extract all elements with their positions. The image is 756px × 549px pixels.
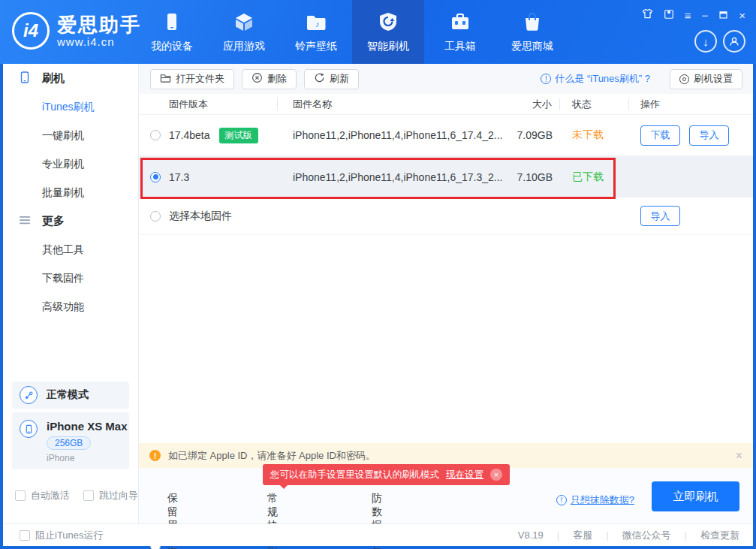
- notice-text: 如已绑定 Apple ID，请准备好 Apple ID和密码。: [168, 449, 375, 463]
- tab-store[interactable]: 爱思商城: [496, 0, 568, 64]
- what-is-itunes-flash-link[interactable]: ! 什么是 “iTunes刷机” ?: [541, 72, 650, 86]
- firmware-size: 7.09GB: [488, 129, 560, 141]
- row-radio-selected[interactable]: [150, 172, 161, 182]
- button-label: 打开文件夹: [176, 72, 224, 86]
- maximize-icon[interactable]: [718, 9, 728, 22]
- tab-label: 应用游戏: [223, 40, 265, 53]
- table-header: 固件版本 固件名称 大小 状态 操作: [139, 94, 753, 115]
- logo-icon: i4: [12, 12, 50, 50]
- cube-icon: [233, 11, 255, 35]
- button-label: 刷新: [330, 72, 349, 86]
- svg-text:♪: ♪: [315, 20, 320, 29]
- folder-icon: [160, 72, 171, 86]
- open-folder-button[interactable]: 打开文件夹: [150, 69, 234, 89]
- download-firmware-button[interactable]: 下载: [640, 125, 680, 146]
- mini-mode-icon[interactable]: [664, 9, 674, 22]
- tab-label: 铃声壁纸: [295, 40, 337, 53]
- section-flash: 刷机: [3, 64, 138, 92]
- local-firmware-label: 选择本地固件: [169, 210, 232, 223]
- sidebar-item-itunes-flash[interactable]: iTunes刷机: [3, 92, 138, 121]
- skip-setup-checkbox[interactable]: 跳过向导: [83, 489, 138, 502]
- list-icon: [18, 213, 32, 229]
- mode-icon: [20, 386, 38, 404]
- table-row-selected[interactable]: 17.3 iPhone11,2,iPhone11,4,iPhone11,6_17…: [139, 156, 753, 198]
- checkbox-label: 自动激活: [31, 489, 70, 502]
- flash-now-button[interactable]: 立即刷机: [652, 481, 739, 511]
- refresh-button[interactable]: 刷新: [304, 69, 359, 89]
- tab-label: 工具箱: [444, 40, 476, 53]
- close-icon[interactable]: ×: [739, 9, 745, 22]
- block-itunes-checkbox[interactable]: 阻止iTunes运行: [20, 529, 104, 542]
- download-center-icon[interactable]: ↓: [694, 30, 717, 53]
- firmware-version: 17.3: [169, 171, 189, 183]
- delete-button[interactable]: 删除: [242, 69, 297, 89]
- device-capacity-badge: 256GB: [47, 436, 91, 450]
- firmware-size: 7.10GB: [488, 171, 560, 183]
- erase-data-link[interactable]: ! 只想抹除数据?: [556, 493, 634, 507]
- info-icon: !: [541, 74, 551, 84]
- check-update-link[interactable]: 检查更新: [700, 529, 739, 542]
- normal-mode-card[interactable]: 正常模式: [12, 382, 129, 409]
- sidebar-item-onekey-flash[interactable]: 一键刷机: [3, 121, 138, 149]
- divider: |: [685, 529, 687, 541]
- sidebar: 刷机 iTunes刷机 一键刷机 专业刷机 批量刷机 更多 其他工具 下载固件 …: [3, 64, 139, 523]
- customer-service-link[interactable]: 客服: [573, 529, 592, 542]
- wechat-account-link[interactable]: 微信公众号: [622, 529, 671, 542]
- shopping-bag-icon: [522, 11, 543, 35]
- notice-close-icon[interactable]: ×: [736, 449, 742, 463]
- mode-tooltip: 您可以在助手设置里设置默认的刷机模式 现在设置 ×: [263, 464, 510, 485]
- phone-icon: [161, 11, 182, 35]
- tab-apps-games[interactable]: 应用游戏: [208, 0, 280, 64]
- table-row[interactable]: 17.4beta 测试版 iPhone11,2,iPhone11,4,iPhon…: [139, 115, 753, 156]
- tab-my-devices[interactable]: 我的设备: [136, 0, 208, 64]
- divider: |: [606, 529, 608, 541]
- brand-name: 爱思助手: [57, 14, 141, 35]
- skin-icon[interactable]: [642, 8, 653, 22]
- tab-smart-flash[interactable]: 智能刷机: [352, 0, 424, 64]
- firmware-version: 17.4beta: [169, 129, 210, 141]
- set-now-link[interactable]: 现在设置: [446, 469, 483, 481]
- checkbox-icon: [15, 490, 26, 501]
- import-firmware-button[interactable]: 导入: [689, 125, 729, 146]
- header: i4 爱思助手 www.i4.cn 我的设备 应用游戏 ♪: [0, 0, 756, 64]
- mode-label: 正常模式: [47, 388, 89, 402]
- sidebar-item-batch-flash[interactable]: 批量刷机: [3, 178, 138, 207]
- checkbox-label: 阻止iTunes运行: [35, 529, 104, 542]
- row-radio[interactable]: [150, 211, 161, 222]
- minimize-icon[interactable]: −: [701, 9, 708, 22]
- table-row-local[interactable]: 选择本地固件 导入: [139, 198, 753, 235]
- device-card[interactable]: iPhone XS Max 256GB iPhone: [12, 412, 129, 469]
- app-version: V8.19: [518, 529, 544, 541]
- col-actions: 操作: [629, 98, 753, 111]
- auto-activate-checkbox[interactable]: 自动激活: [15, 489, 70, 502]
- button-label: 刷机设置: [694, 72, 733, 86]
- sidebar-item-advanced[interactable]: 高级功能: [3, 292, 138, 321]
- flash-options-panel: 您可以在助手设置里设置默认的刷机模式 现在设置 × 保留用户资料刷机 常规快速刷…: [139, 468, 753, 523]
- quick-icons: ↓: [694, 30, 745, 53]
- tab-toolbox[interactable]: 工具箱: [424, 0, 496, 64]
- account-icon[interactable]: [723, 30, 745, 53]
- col-size: 大小: [488, 98, 560, 110]
- tooltip-arrow: [279, 484, 288, 493]
- status-badge: 未下载: [560, 128, 629, 142]
- tab-label: 我的设备: [151, 40, 193, 53]
- import-local-button[interactable]: 导入: [640, 206, 680, 226]
- sidebar-item-download-firmware[interactable]: 下载固件: [3, 264, 138, 292]
- divider: |: [557, 529, 559, 541]
- tooltip-close-icon[interactable]: ×: [490, 469, 502, 481]
- menu-icon[interactable]: ≡: [685, 9, 691, 22]
- row-radio[interactable]: [150, 130, 161, 140]
- music-folder-icon: ♪: [306, 11, 327, 35]
- sidebar-item-other-tools[interactable]: 其他工具: [3, 235, 138, 264]
- settings-icon: [679, 74, 689, 84]
- tab-ringtones-wallpapers[interactable]: ♪ 铃声壁纸: [280, 0, 352, 64]
- main-panel: 打开文件夹 删除 刷新 ! 什么是 “iTunes刷机” ? 刷机设置: [139, 64, 753, 523]
- device-outline-icon: [18, 71, 32, 86]
- main-nav: 我的设备 应用游戏 ♪ 铃声壁纸 智能刷机: [136, 0, 568, 64]
- device-name: iPhone XS Max: [47, 420, 128, 433]
- checkbox-icon: [83, 490, 94, 501]
- col-status: 状态: [560, 98, 629, 110]
- sidebar-item-pro-flash[interactable]: 专业刷机: [3, 149, 138, 178]
- flash-settings-button[interactable]: 刷机设置: [670, 69, 742, 89]
- shield-refresh-icon: [378, 11, 399, 35]
